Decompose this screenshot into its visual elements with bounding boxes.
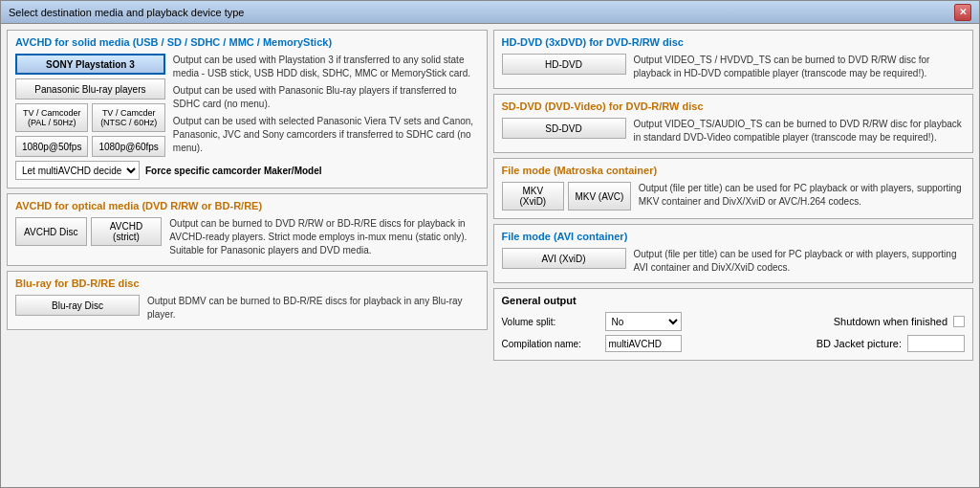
tv-ntsc-button[interactable]: TV / Camcder(NTSC / 60Hz) (92, 103, 164, 132)
sony-playstation-button[interactable]: SONY Playstation 3 (15, 54, 165, 75)
hddvd-section: HD-DVD (3xDVD) for DVD-R/RW disc HD-DVD … (493, 30, 974, 89)
bluray-disc-button[interactable]: Blu-ray Disc (15, 295, 140, 316)
compilation-row: Compilation name: BD Jacket picture: (502, 335, 966, 352)
tv-buttons-row: TV / Camcoder(PAL / 50Hz) TV / Camcder(N… (15, 103, 165, 132)
sddvd-section: SD-DVD (DVD-Video) for DVD-R/RW disc SD-… (493, 94, 974, 153)
avchd-optical-section: AVCHD for optical media (DVD R/RW or BD-… (7, 193, 488, 266)
left-column: AVCHD for solid media (USB / SD / SDHC /… (7, 30, 488, 481)
fps60-button[interactable]: 1080p@60fps (92, 136, 164, 157)
avi-buttons: AVI (XviD) (502, 248, 626, 269)
file-mkv-section: File mode (Matroska container) MKV (XviD… (493, 158, 974, 219)
file-mkv-title: File mode (Matroska container) (502, 165, 966, 176)
fps50-button[interactable]: 1080p@50fps (15, 136, 88, 157)
avchd-optical-inner: AVCHD Disc AVCHD (strict) Output can be … (15, 217, 479, 257)
hddvd-inner: HD-DVD Output VIDEO_TS / HVDVD_TS can be… (502, 54, 966, 80)
compilation-label: Compilation name: (502, 339, 598, 349)
close-icon: ✕ (959, 7, 967, 17)
general-section: General output Volume split: No 4GB 8GB … (493, 288, 974, 361)
avi-xvid-button[interactable]: AVI (XviD) (502, 248, 626, 269)
file-avi-section: File mode (AVI container) AVI (XviD) Out… (493, 224, 974, 283)
shutdown-label: Shutdown when finished (834, 316, 947, 327)
avchd-disc-button[interactable]: AVCHD Disc (15, 217, 87, 246)
avi-desc: Output (file per title) can be used for … (634, 248, 966, 275)
sddvd-buttons: SD-DVD (502, 118, 626, 139)
tv-pal-button[interactable]: TV / Camcoder(PAL / 50Hz) (15, 103, 88, 132)
mkv-buttons: MKV (XviD) MKV (AVC) (502, 182, 631, 211)
mkv-avc-button[interactable]: MKV (AVC) (568, 182, 631, 211)
hddvd-desc: Output VIDEO_TS / HVDVD_TS can be burned… (634, 54, 966, 80)
right-column: HD-DVD (3xDVD) for DVD-R/RW disc HD-DVD … (493, 30, 974, 481)
bluray-desc: Output BDMV can be burned to BD-R/RE dis… (147, 295, 479, 322)
mkv-desc: Output (file per title) can be used for … (639, 182, 965, 209)
bd-jacket-row: BD Jacket picture: (817, 335, 965, 352)
sddvd-title: SD-DVD (DVD-Video) for DVD-R/RW disc (502, 100, 966, 112)
file-mkv-inner: MKV (XviD) MKV (AVC) Output (file per ti… (502, 182, 966, 211)
general-title: General output (502, 295, 966, 306)
file-avi-title: File mode (AVI container) (502, 231, 966, 242)
mkv-xvid-button[interactable]: MKV (XviD) (502, 182, 565, 211)
avchd-optical-title: AVCHD for optical media (DVD R/RW or BD-… (15, 200, 479, 211)
sddvd-desc: Output VIDEO_TS/AUDIO_TS can be burned t… (634, 118, 966, 144)
fps-buttons-row: 1080p@50fps 1080p@60fps (15, 136, 165, 157)
avchd-disc-buttons-row: AVCHD Disc AVCHD (strict) (15, 217, 162, 246)
hddvd-title: HD-DVD (3xDVD) for DVD-R/RW disc (502, 36, 966, 48)
avchd-optical-buttons: AVCHD Disc AVCHD (strict) (15, 217, 162, 246)
panasonic-bluray-button[interactable]: Panasonic Blu-ray players (15, 78, 165, 100)
main-window: Select destination media and playback de… (0, 0, 980, 488)
titlebar: Select destination media and playback de… (1, 1, 979, 24)
camcorder-dropdown[interactable]: Let multiAVCHD decide Canon Panasonic So… (15, 161, 140, 180)
hddvd-button[interactable]: HD-DVD (502, 54, 626, 75)
sony-desc: Output can be used with Playstation 3 if… (173, 54, 479, 80)
tv-desc: Output can be used with selected Panason… (173, 115, 479, 155)
main-content: AVCHD for solid media (USB / SD / SDHC /… (1, 24, 979, 487)
shutdown-row: Shutdown when finished (834, 316, 965, 327)
sddvd-button[interactable]: SD-DVD (502, 118, 626, 139)
mkv-buttons-row: MKV (XviD) MKV (AVC) (502, 182, 631, 211)
sddvd-inner: SD-DVD Output VIDEO_TS/AUDIO_TS can be b… (502, 118, 966, 144)
bluray-buttons: Blu-ray Disc (15, 295, 140, 316)
camcorder-dropdown-label: Force specific camcorder Maker/Model (145, 166, 322, 176)
bluray-section: Blu-ray for BD-R/RE disc Blu-ray Disc Ou… (7, 271, 488, 330)
panasonic-desc: Output can be used with Panasonic Blu-ra… (173, 84, 479, 111)
bluray-title: Blu-ray for BD-R/RE disc (15, 277, 479, 289)
avchd-solid-section: AVCHD for solid media (USB / SD / SDHC /… (7, 30, 488, 189)
file-avi-inner: AVI (XviD) Output (file per title) can b… (502, 248, 966, 275)
close-button[interactable]: ✕ (954, 4, 971, 21)
volume-split-row: Volume split: No 4GB 8GB Shutdown when f… (502, 312, 966, 331)
hddvd-buttons: HD-DVD (502, 54, 626, 75)
camcorder-dropdown-row: Let multiAVCHD decide Canon Panasonic So… (15, 161, 479, 180)
window-title: Select destination media and playback de… (9, 7, 244, 18)
shutdown-checkbox[interactable] (953, 316, 965, 327)
general-grid: Volume split: No 4GB 8GB Shutdown when f… (502, 312, 966, 352)
avchd-solid-buttons: SONY Playstation 3 Panasonic Blu-ray pla… (15, 54, 165, 157)
volume-split-label: Volume split: (502, 317, 598, 327)
bluray-inner: Blu-ray Disc Output BDMV can be burned t… (15, 295, 479, 322)
volume-split-dropdown[interactable]: No 4GB 8GB (605, 312, 682, 331)
bd-jacket-label: BD Jacket picture: (817, 338, 902, 349)
avchd-strict-button[interactable]: AVCHD (strict) (91, 217, 163, 246)
avchd-solid-title: AVCHD for solid media (USB / SD / SDHC /… (15, 36, 479, 48)
avchd-optical-desc: Output can be burned to DVD R/RW or BD-R… (169, 217, 478, 257)
bd-jacket-input[interactable] (907, 335, 965, 352)
compilation-input[interactable] (605, 335, 682, 352)
